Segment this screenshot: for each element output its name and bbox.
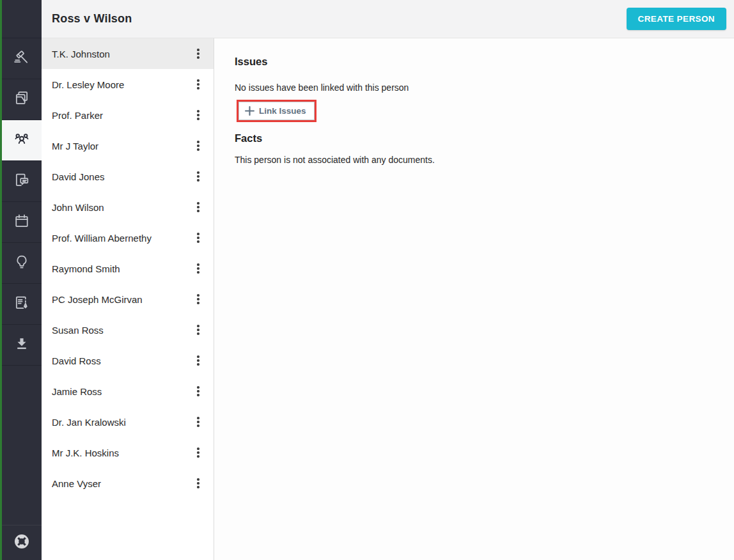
person-menu-button[interactable] [189,228,207,248]
link-issues-button[interactable]: Link Issues [238,102,315,120]
person-menu-button[interactable] [189,350,207,371]
person-menu-button[interactable] [189,136,207,156]
kebab-icon [197,171,199,182]
person-list-item[interactable]: Raymond Smith [42,253,214,284]
kebab-icon [197,79,199,89]
person-menu-button[interactable] [189,442,207,463]
person-name: John Wilson [52,202,189,213]
person-detail-pane: Issues No issues have been linked with t… [214,38,734,560]
person-menu-button[interactable] [189,473,207,494]
person-menu-button[interactable] [189,197,207,217]
app-window: Ross v Wilson CREATE PERSON T.K. Johnsto… [0,0,734,560]
sidebar-item-documents[interactable] [2,79,42,120]
person-name: David Jones [52,171,189,182]
sidebar-item-help[interactable] [2,525,42,560]
issues-empty-text: No issues have been linked with this per… [235,82,719,93]
calendar-icon [13,212,31,233]
kebab-icon [197,49,199,59]
person-name: T.K. Johnston [52,49,189,59]
download-icon [13,335,31,355]
gavel-icon [13,49,31,69]
people-icon [12,130,31,152]
kebab-icon [197,233,199,243]
person-name: Jamie Ross [52,386,189,397]
sidebar-top-spacer [2,0,42,38]
sidebar-item-download[interactable] [2,325,42,366]
create-person-button[interactable]: CREATE PERSON [627,8,726,30]
link-issues-label: Link Issues [259,106,306,116]
person-list-item[interactable]: Susan Ross [42,315,214,345]
person-name: PC Joseph McGirvan [52,294,189,305]
sidebar-item-case[interactable] [2,38,42,79]
person-list-item[interactable]: Prof. Parker [42,100,214,130]
header-bar: Ross v Wilson CREATE PERSON [42,0,734,38]
person-menu-button[interactable] [189,166,207,187]
person-name: Anne Vyser [52,478,189,489]
plus-icon [245,106,254,116]
person-list-item[interactable]: David Ross [42,345,214,376]
kebab-icon [197,386,199,396]
sidebar-item-statements[interactable] [2,161,42,202]
person-menu-button[interactable] [189,289,207,309]
person-name: Mr J Taylor [52,141,189,152]
icon-sidebar [0,0,42,560]
person-menu-button[interactable] [189,412,207,432]
facts-heading: Facts [235,132,719,144]
help-lifebuoy-icon [12,532,31,554]
content-area: T.K. Johnston Dr. Lesley Moore Prof. Par… [42,38,734,560]
person-menu-button[interactable] [189,258,207,279]
kebab-icon [197,202,199,212]
kebab-icon [197,478,199,488]
facts-empty-text: This person is not associated with any d… [235,155,719,165]
kebab-icon [197,325,199,335]
kebab-icon [197,141,199,151]
person-list-item[interactable]: Mr J.K. Hoskins [42,437,214,468]
person-name: Dr. Lesley Moore [52,79,189,90]
person-list-item[interactable]: Prof. William Abernethy [42,222,214,253]
person-list-item[interactable]: Jamie Ross [42,376,214,407]
person-menu-button[interactable] [189,381,207,401]
kebab-icon [197,355,199,366]
person-list-item[interactable]: Dr. Lesley Moore [42,69,214,100]
sidebar-item-calendar[interactable] [2,202,42,243]
kebab-icon [197,110,199,120]
person-name: David Ross [52,355,189,366]
sidebar-item-people[interactable] [2,120,42,161]
sidebar-item-issues[interactable] [2,243,42,284]
person-name: Susan Ross [52,325,189,336]
person-list-item[interactable]: PC Joseph McGirvan [42,284,214,315]
person-list-item[interactable]: John Wilson [42,192,214,222]
person-name: Mr J.K. Hoskins [52,447,189,458]
kebab-icon [197,294,199,304]
person-list-item[interactable]: Mr J Taylor [42,130,214,161]
person-name: Prof. Parker [52,110,189,121]
kebab-icon [197,417,199,427]
person-menu-button[interactable] [189,320,207,340]
case-title: Ross v Wilson [52,12,132,26]
sidebar-filler [2,366,42,525]
person-list-item[interactable]: David Jones [42,161,214,192]
document-pen-icon [13,294,31,315]
person-name: Raymond Smith [52,263,189,274]
people-list: T.K. Johnston Dr. Lesley Moore Prof. Par… [42,38,214,560]
person-list-item[interactable]: Dr. Jan Kralowski [42,407,214,437]
kebab-icon [197,263,199,274]
person-list-item[interactable]: T.K. Johnston [42,38,214,69]
annotation-highlight-box: Link Issues [237,100,316,122]
person-menu-button[interactable] [189,74,207,95]
sidebar-item-chronology[interactable] [2,284,42,325]
issues-heading: Issues [235,56,719,68]
person-menu-button[interactable] [189,43,207,64]
person-name: Dr. Jan Kralowski [52,417,189,428]
person-name: Prof. William Abernethy [52,233,189,244]
kebab-icon [197,447,199,458]
lightbulb-icon [13,253,31,274]
person-list-item[interactable]: Anne Vyser [42,468,214,499]
documents-icon [13,89,31,110]
person-menu-button[interactable] [189,105,207,125]
document-comment-icon [13,171,31,192]
